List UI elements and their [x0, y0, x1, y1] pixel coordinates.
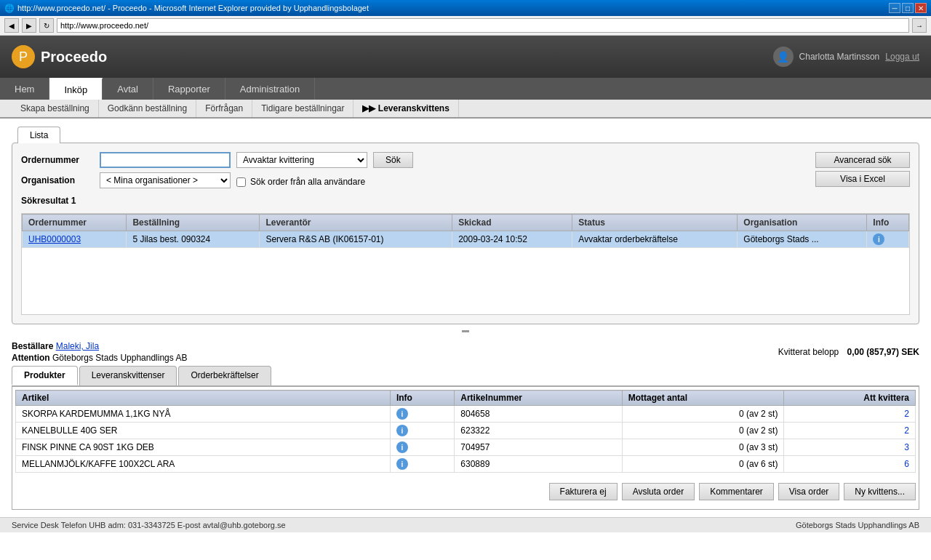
subnav-item-förfrågan[interactable]: Förfrågan	[196, 100, 252, 117]
cell-skickad: 2009-03-24 10:52	[452, 231, 572, 248]
minimize-button[interactable]: ─	[889, 3, 900, 13]
checkbox-row: Sök order från alla användare	[236, 177, 365, 187]
prod-info-icon[interactable]: i	[396, 441, 408, 453]
col-bestallning: Beställning	[127, 215, 260, 231]
tab-leveranskvittenser[interactable]: Leveranskvittenser	[79, 366, 177, 385]
content-area: Lista Ordernummer Avvaktar kvittering Al	[0, 119, 931, 517]
user-area: 👤 Charlotta Martinsson Logga ut	[773, 47, 919, 67]
meta-row: Beställare Maleki, Jila Attention Götebo…	[12, 341, 919, 363]
search-form-area: Ordernummer Avvaktar kvittering Alla Kvi…	[21, 152, 910, 193]
tab-produkter[interactable]: Produkter	[12, 366, 78, 385]
back-button[interactable]: ◀	[4, 18, 19, 33]
prod-mottaget: 0 (av 3 st)	[622, 439, 784, 456]
prod-info[interactable]: i	[390, 406, 454, 423]
meta-left: Beställare Maleki, Jila Attention Götebo…	[12, 341, 187, 363]
ny-kvittens-button[interactable]: Ny kvittens...	[844, 483, 916, 500]
attention-label: Attention	[12, 353, 50, 363]
results-area: Ordernummer Beställning Leverantör Skick…	[21, 213, 910, 315]
avsluta-order-button[interactable]: Avsluta order	[622, 483, 695, 500]
ordernummer-input[interactable]	[100, 152, 231, 168]
col-skickad: Skickad	[452, 215, 572, 231]
prod-artikelnummer: 630889	[455, 456, 622, 473]
nav-item-administration[interactable]: Administration	[225, 78, 315, 100]
search-button[interactable]: Sök	[373, 152, 413, 168]
product-row: SKORPA KARDEMUMMA 1,1KG NYÅ i 804658 0 (…	[16, 406, 916, 423]
results-table: Ordernummer Beställning Leverantör Skick…	[22, 214, 909, 248]
drag-handle[interactable]: ▬	[12, 324, 919, 335]
col-info: Info	[867, 215, 909, 231]
prod-info[interactable]: i	[390, 439, 454, 456]
bestallare-value[interactable]: Maleki, Jila	[56, 341, 99, 351]
forward-button[interactable]: ▶	[22, 18, 36, 33]
browser-icon: 🌐	[4, 4, 15, 13]
title-bar: 🌐 http://www.proceedo.net/ - Proceedo - …	[0, 0, 931, 16]
prod-att-kvittera: 2	[784, 406, 916, 423]
attention-value: Göteborgs Stads Upphandlings AB	[52, 353, 187, 363]
prod-info[interactable]: i	[390, 423, 454, 439]
maximize-button[interactable]: □	[902, 3, 914, 13]
kommentarer-button[interactable]: Kommentarer	[699, 483, 774, 500]
organisation-label: Organisation	[21, 175, 94, 185]
products-panel: Artikel Info Artikelnummer Mottaget anta…	[12, 387, 919, 510]
products-table: Artikel Info Artikelnummer Mottaget anta…	[15, 390, 916, 473]
prod-col-att-kvittera: Att kvittera	[784, 391, 916, 406]
nav-item-avtal[interactable]: Avtal	[103, 78, 153, 100]
fakturera-ej-button[interactable]: Fakturera ej	[549, 483, 618, 500]
logo-text: Proceedo	[41, 49, 107, 65]
results-header: Sökresultat 1	[21, 193, 910, 209]
nav-item-inköp[interactable]: Inköp	[49, 78, 103, 100]
subnav-item-skapa-beställning[interactable]: Skapa beställning	[12, 100, 99, 117]
subnav-item-godkänn-beställning[interactable]: Godkänn beställning	[99, 100, 196, 117]
attention-row: Attention Göteborgs Stads Upphandlings A…	[12, 353, 187, 363]
logout-button[interactable]: Logga ut	[885, 52, 919, 62]
info-icon[interactable]: i	[873, 233, 884, 245]
nav-item-rapporter[interactable]: Rapporter	[153, 78, 225, 100]
panel-tab-lista[interactable]: Lista	[17, 127, 60, 143]
organisation-select[interactable]: < Mina organisationer >	[100, 172, 231, 188]
prod-info-icon[interactable]: i	[396, 425, 408, 436]
col-status: Status	[572, 215, 738, 231]
advanced-search-button[interactable]: Avancerad sök	[815, 152, 910, 168]
logo-icon: P	[12, 45, 35, 68]
table-row[interactable]: UHB00000035 Jilas best. 090324Servera R&…	[23, 231, 909, 248]
panel-inner: Ordernummer Avvaktar kvittering Alla Kvi…	[12, 143, 919, 324]
table-header-row: Ordernummer Beställning Leverantör Skick…	[23, 215, 909, 231]
subnav-item-leveranskvittens[interactable]: ▶ Leveranskvittens	[353, 100, 458, 117]
products-header-row: Artikel Info Artikelnummer Mottaget anta…	[16, 391, 916, 406]
prod-info-icon[interactable]: i	[396, 408, 408, 420]
status-select[interactable]: Avvaktar kvittering Alla Kvitterad	[236, 152, 367, 168]
bestallare-label: Beställare	[12, 341, 53, 351]
close-button[interactable]: ✕	[915, 3, 927, 13]
refresh-button[interactable]: ↻	[39, 18, 54, 33]
footer-left: Service Desk Telefon UHB adm: 031-334372…	[12, 521, 286, 529]
prod-info[interactable]: i	[390, 456, 454, 473]
cell-ordernummer[interactable]: UHB0000003	[23, 231, 127, 248]
col-leverantor: Leverantör	[260, 215, 452, 231]
tab-orderbekräftelser[interactable]: Orderbekräftelser	[178, 366, 271, 385]
main-nav: HemInköpAvtalRapporterAdministration	[0, 78, 931, 100]
cell-status: Avvaktar orderbekräftelse	[572, 231, 738, 248]
excel-button[interactable]: Visa i Excel	[815, 171, 910, 187]
cell-bestallning: 5 Jilas best. 090324	[127, 231, 260, 248]
ordernummer-label: Ordernummer	[21, 155, 94, 165]
all-users-checkbox[interactable]	[236, 177, 246, 187]
go-button[interactable]: →	[912, 18, 927, 33]
ordernummer-link[interactable]: UHB0000003	[28, 234, 81, 244]
prod-artikelnummer: 704957	[455, 439, 622, 456]
subnav-item-tidigare-beställningar[interactable]: Tidigare beställningar	[252, 100, 353, 117]
ordernummer-row: Ordernummer Avvaktar kvittering Alla Kvi…	[21, 152, 413, 168]
prod-mottaget: 0 (av 6 st)	[622, 456, 784, 473]
visa-order-button[interactable]: Visa order	[778, 483, 839, 500]
bestallare-row: Beställare Maleki, Jila	[12, 341, 187, 351]
prod-col-info: Info	[390, 391, 454, 406]
prod-info-icon[interactable]: i	[396, 458, 408, 470]
title-bar-text: http://www.proceedo.net/ - Proceedo - Mi…	[17, 4, 369, 12]
cell-info[interactable]: i	[867, 231, 909, 248]
address-field[interactable]	[57, 18, 909, 33]
panel-body: Ordernummer Avvaktar kvittering Alla Kvi…	[12, 143, 919, 324]
cell-leverantor: Servera R&S AB (IK06157-01)	[260, 231, 452, 248]
nav-item-hem[interactable]: Hem	[0, 78, 49, 100]
product-row: MELLANMJÖLK/KAFFE 100X2CL ARA i 630889 0…	[16, 456, 916, 473]
prod-mottaget: 0 (av 2 st)	[622, 406, 784, 423]
search-fields: Ordernummer Avvaktar kvittering Alla Kvi…	[21, 152, 413, 193]
